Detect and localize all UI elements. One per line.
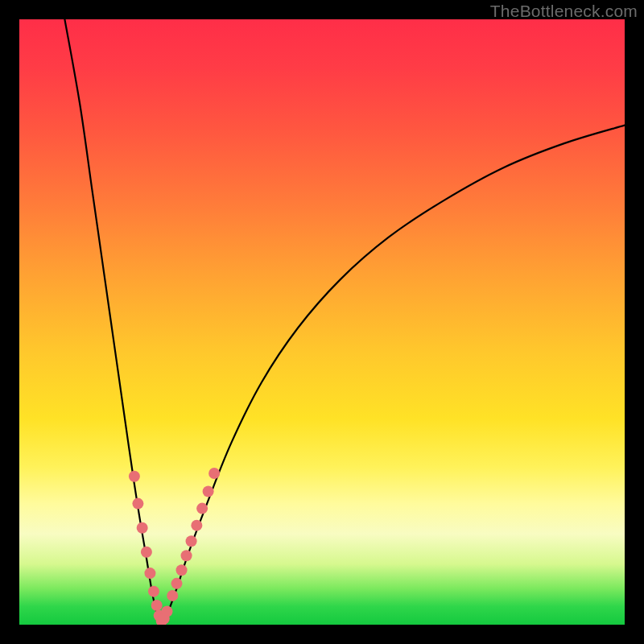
sample-dot [171,578,183,589]
sample-dot [144,568,155,579]
sample-dot [176,564,188,576]
sample-dot [141,547,152,558]
sample-dot [181,550,192,561]
sample-dot [196,503,208,514]
curve-left-branch [64,19,160,623]
sample-dot [132,498,143,510]
sample-dot [203,486,214,497]
sample-dot [129,471,140,482]
bottleneck-curve [19,19,625,625]
plot-area [19,19,625,625]
sample-dot [148,586,159,597]
sample-dot [151,600,163,611]
sample-dots [129,468,220,625]
sample-dot [186,535,197,547]
watermark-text: TheBottleneck.com [490,2,638,21]
chart-frame: TheBottleneck.com [0,0,644,644]
sample-dot [167,590,178,601]
sample-dot [191,520,202,531]
sample-dot [137,522,148,534]
sample-dot [161,605,172,617]
sample-dot [208,468,220,479]
curve-right-branch [160,126,625,623]
